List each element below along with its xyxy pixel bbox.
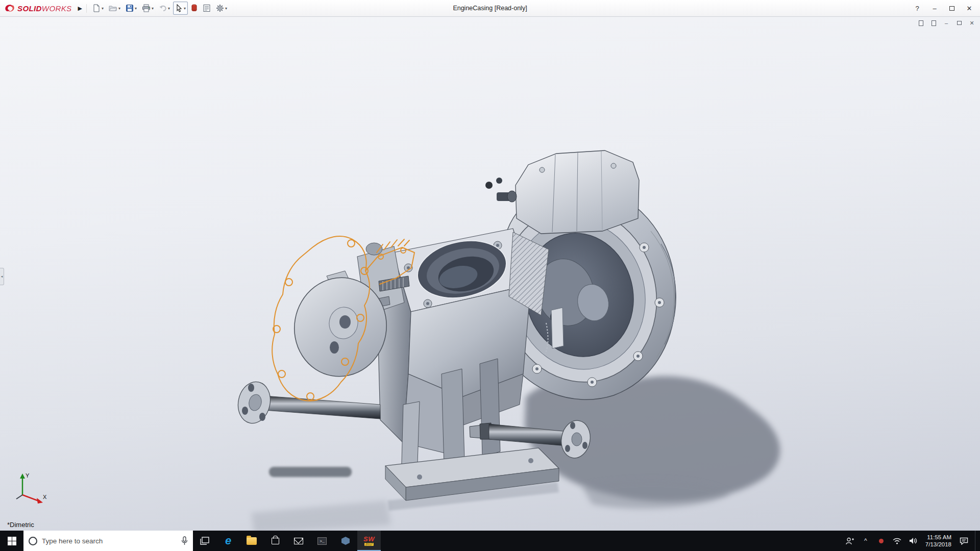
minimize-button[interactable]: – (926, 2, 943, 14)
taskbar-search[interactable] (23, 531, 193, 551)
edge-icon: e (225, 535, 231, 546)
start-button[interactable] (0, 531, 23, 551)
doc-restore-up-button[interactable] (917, 19, 925, 27)
show-hidden-icons-caret[interactable]: ^ (861, 535, 870, 546)
taskbar-app-mail[interactable] (287, 531, 310, 551)
windows-logo-icon (8, 537, 16, 545)
document-page-icon (919, 20, 923, 26)
dropdown-arrow-icon[interactable]: ▾ (135, 6, 137, 11)
select-tool-button[interactable]: ▾ (173, 2, 188, 15)
store-icon (272, 538, 279, 544)
help-button[interactable]: ? (909, 2, 926, 14)
edrawings-icon (341, 537, 350, 545)
restore-icon (949, 6, 954, 11)
solidworks-logo: SOLIDWORKS (2, 3, 76, 13)
view-orientation-label: *Dimetric (7, 521, 34, 529)
doc-minimize-button[interactable]: – (942, 19, 950, 27)
orientation-triad: Y X (9, 470, 49, 506)
title-bar: SOLIDWORKS ▶ ▾ ▾ ▾ (0, 0, 980, 17)
close-button[interactable]: ✕ (961, 2, 978, 14)
doc-restore-icon (957, 21, 962, 25)
command-prompt-icon: >_ (317, 537, 327, 545)
menu-expand-arrow[interactable]: ▶ (76, 4, 87, 13)
doc-restore-button[interactable] (955, 19, 963, 27)
new-document-button[interactable]: ▾ (90, 2, 106, 15)
undo-button[interactable]: ▾ (157, 2, 172, 15)
doc-close-button[interactable]: ✕ (968, 19, 976, 27)
file-properties-button[interactable] (201, 2, 213, 15)
featuremanager-collapsed-handle[interactable]: ◂ (0, 268, 4, 285)
dropdown-arrow-icon[interactable]: ▾ (152, 6, 154, 11)
cortana-icon (29, 537, 37, 545)
top-cover-housing[interactable] (485, 151, 639, 234)
network-icon[interactable] (893, 535, 902, 546)
people-icon[interactable] (845, 535, 854, 546)
search-input[interactable] (42, 537, 177, 545)
file-explorer-icon (247, 537, 257, 545)
options-button[interactable]: ▾ (214, 2, 229, 15)
document-window-controls: – ✕ (917, 19, 976, 27)
dropdown-arrow-icon[interactable]: ▾ (102, 6, 104, 11)
taskbar-app-solidworks[interactable]: SW 2017 (357, 531, 381, 551)
graphics-area[interactable]: – ✕ (0, 17, 980, 531)
xpress-products-button[interactable] (189, 2, 200, 15)
save-button[interactable]: ▾ (124, 2, 139, 15)
taskbar-app-file-explorer[interactable] (240, 531, 263, 551)
left-shaft[interactable] (234, 379, 380, 426)
new-document-icon (92, 4, 101, 12)
clock-date: 7/13/2018 (925, 541, 951, 548)
3d-model-engine-casing[interactable] (0, 17, 980, 531)
volume-icon[interactable] (909, 535, 918, 546)
microphone-icon[interactable] (181, 536, 188, 545)
print-button[interactable]: ▾ (140, 2, 156, 15)
open-folder-icon (109, 4, 117, 12)
select-cursor-icon (175, 4, 183, 12)
taskbar-app-task-view[interactable] (193, 531, 216, 551)
windows-taskbar: e >_ SW 2017 ^ (0, 531, 980, 551)
taskbar-clock[interactable]: 11:55 AM 7/13/2018 (924, 534, 952, 548)
triad-y-label: Y (26, 472, 30, 479)
save-floppy-icon (126, 4, 134, 12)
solidworks-application-window: SOLIDWORKS ▶ ▾ ▾ ▾ (0, 0, 980, 551)
open-button[interactable]: ▾ (107, 2, 122, 15)
triad-x-label: X (43, 494, 47, 500)
antivirus-tray-icon[interactable] (877, 535, 886, 546)
task-view-icon (200, 537, 209, 545)
document-page-icon (932, 20, 936, 26)
dropdown-arrow-icon[interactable]: ▾ (225, 6, 227, 11)
show-desktop-button[interactable] (975, 531, 978, 551)
options-gear-icon (216, 4, 224, 12)
taskbar-app-edge[interactable]: e (216, 531, 240, 551)
doc-new-view-button[interactable] (929, 19, 938, 27)
dropdown-arrow-icon[interactable]: ▾ (118, 6, 120, 11)
dropdown-arrow-icon[interactable]: ▾ (184, 6, 186, 11)
undo-icon (159, 4, 167, 12)
taskbar-app-store[interactable] (263, 531, 287, 551)
mail-icon (294, 538, 303, 544)
print-icon (142, 4, 151, 12)
xpress-products-icon (191, 4, 198, 12)
file-properties-icon (203, 4, 211, 12)
system-tray: ^ 11:55 AM 7/13/2018 (845, 531, 980, 551)
dassault-ds-icon (4, 3, 15, 13)
taskbar-app-edrawings[interactable] (334, 531, 357, 551)
window-controls: ? – ✕ (909, 2, 978, 14)
action-center-icon[interactable] (959, 535, 968, 546)
restore-button[interactable] (943, 2, 961, 14)
solidworks-2017-icon: SW 2017 (363, 536, 375, 546)
dropdown-arrow-icon[interactable]: ▾ (168, 6, 170, 11)
solidworks-wordmark: SOLIDWORKS (17, 4, 72, 13)
clock-time: 11:55 AM (925, 534, 951, 541)
taskbar-app-command-prompt[interactable]: >_ (310, 531, 334, 551)
